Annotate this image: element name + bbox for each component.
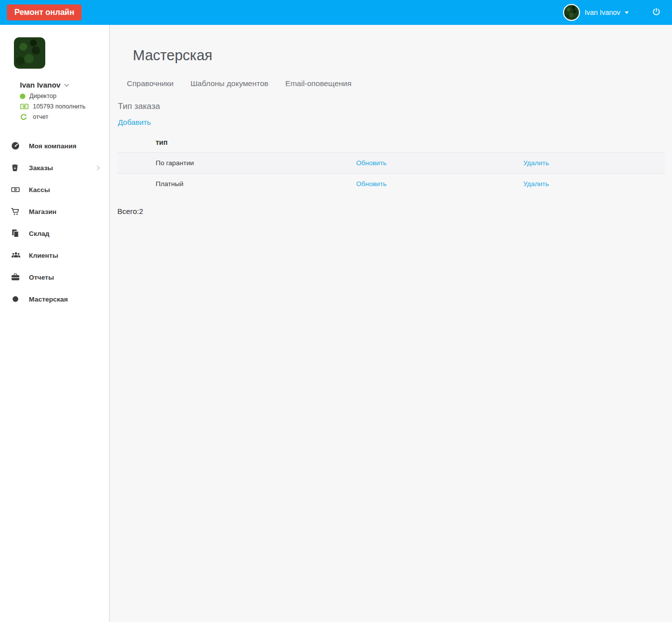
sidebar-user-name[interactable]: Ivan Ivanov bbox=[20, 81, 109, 89]
topbar-right: Ivan Ivanov bbox=[563, 4, 665, 21]
sidebar-item-label: Клиенты bbox=[29, 252, 58, 259]
sidebar-item-clients[interactable]: Клиенты bbox=[0, 244, 109, 266]
type-cell: По гарантии bbox=[156, 152, 356, 173]
main-content: Мастерская СправочникиШаблоны документов… bbox=[110, 25, 672, 622]
chevron-right-icon bbox=[95, 165, 100, 170]
caret-down-icon bbox=[625, 11, 629, 14]
sidebar: Ivan Ivanov Директор 105793 пополнить bbox=[0, 25, 110, 622]
sidebar-item-label: Кассы bbox=[29, 186, 50, 194]
delete-link[interactable]: Удалить bbox=[523, 159, 549, 167]
table-header-row: тип bbox=[117, 132, 665, 152]
sidebar-item-cash-registers[interactable]: Кассы bbox=[0, 179, 109, 201]
total-text: Всего:2 bbox=[117, 207, 665, 215]
topbar-user-name: Ivan Ivanov bbox=[584, 8, 620, 16]
power-icon bbox=[652, 7, 661, 18]
tab-email-notifications[interactable]: Email-оповещения bbox=[286, 79, 352, 88]
sidebar-item-workshop[interactable]: Мастерская bbox=[0, 288, 109, 310]
user-menu[interactable]: Ivan Ivanov bbox=[563, 4, 629, 21]
type-header-cell: тип bbox=[156, 132, 356, 152]
tab-directories[interactable]: Справочники bbox=[127, 79, 174, 88]
update-link[interactable]: Обновить bbox=[356, 180, 386, 188]
chevron-down-icon bbox=[64, 82, 69, 87]
update-link[interactable]: Обновить bbox=[356, 159, 386, 167]
order-type-table: тип По гарантииОбновитьУдалитьПлатныйОбн… bbox=[117, 132, 665, 194]
tabs: СправочникиШаблоны документовEmail-опове… bbox=[127, 79, 665, 88]
user-balance-label: 105793 пополнить bbox=[33, 103, 86, 110]
logout-button[interactable] bbox=[652, 7, 661, 18]
sidebar-item-reports[interactable]: Отчеты bbox=[0, 266, 109, 288]
page-title: Мастерская bbox=[133, 47, 665, 64]
topbar: Ремонт онлайн Ivan Ivanov bbox=[0, 0, 672, 25]
type-cell: Платный bbox=[156, 173, 356, 194]
tab-document-templates[interactable]: Шаблоны документов bbox=[191, 79, 269, 88]
delete-link[interactable]: Удалить bbox=[523, 180, 549, 188]
circle-icon bbox=[10, 294, 20, 304]
sidebar-item-warehouse[interactable]: Склад bbox=[0, 222, 109, 244]
money-bill-icon bbox=[20, 103, 29, 110]
dashboard-icon bbox=[10, 141, 20, 151]
user-role-label: Директор bbox=[29, 93, 56, 100]
user-report-label: отчет bbox=[33, 113, 48, 120]
sidebar-item-label: Склад bbox=[29, 230, 49, 237]
sidebar-user-name-label: Ivan Ivanov bbox=[20, 81, 61, 89]
empty-header-cell bbox=[117, 132, 156, 152]
bucket-icon bbox=[10, 163, 20, 173]
sidebar-nav: Моя компанияЗаказыКассыМагазинСкладКлиен… bbox=[0, 135, 109, 310]
empty-cell bbox=[117, 152, 156, 173]
sidebar-item-label: Мастерская bbox=[29, 296, 68, 303]
briefcase-icon bbox=[10, 272, 20, 282]
table-row: По гарантииОбновитьУдалить bbox=[117, 152, 665, 173]
cart-icon bbox=[10, 207, 20, 216]
empty-header-cell bbox=[356, 132, 523, 152]
table-row: ПлатныйОбновитьУдалить bbox=[117, 173, 665, 194]
money-icon bbox=[10, 185, 20, 195]
status-dot-icon bbox=[20, 94, 25, 99]
user-report-row[interactable]: отчет bbox=[20, 113, 109, 120]
sidebar-avatar[interactable] bbox=[14, 37, 45, 69]
sidebar-item-label: Отчеты bbox=[29, 274, 54, 281]
refresh-icon bbox=[20, 113, 29, 120]
user-role-row: Директор bbox=[20, 93, 109, 100]
brand-button[interactable]: Ремонт онлайн bbox=[7, 4, 82, 20]
empty-cell bbox=[117, 173, 156, 194]
section-title: Тип заказа bbox=[118, 102, 665, 111]
sidebar-item-shop[interactable]: Магазин bbox=[0, 201, 109, 222]
sidebar-item-label: Заказы bbox=[29, 164, 53, 172]
copy-icon bbox=[10, 228, 20, 238]
user-balance-row[interactable]: 105793 пополнить bbox=[20, 103, 109, 110]
empty-header-cell bbox=[523, 132, 665, 152]
sidebar-item-label: Магазин bbox=[29, 208, 56, 215]
sidebar-item-my-company[interactable]: Моя компания bbox=[0, 135, 109, 157]
add-link[interactable]: Добавить bbox=[118, 118, 151, 126]
sidebar-item-orders[interactable]: Заказы bbox=[0, 157, 109, 179]
sidebar-item-label: Моя компания bbox=[29, 142, 77, 150]
sidebar-user-block: Ivan Ivanov Директор 105793 пополнить bbox=[0, 37, 109, 120]
users-icon bbox=[10, 250, 20, 260]
user-avatar[interactable] bbox=[563, 4, 580, 21]
